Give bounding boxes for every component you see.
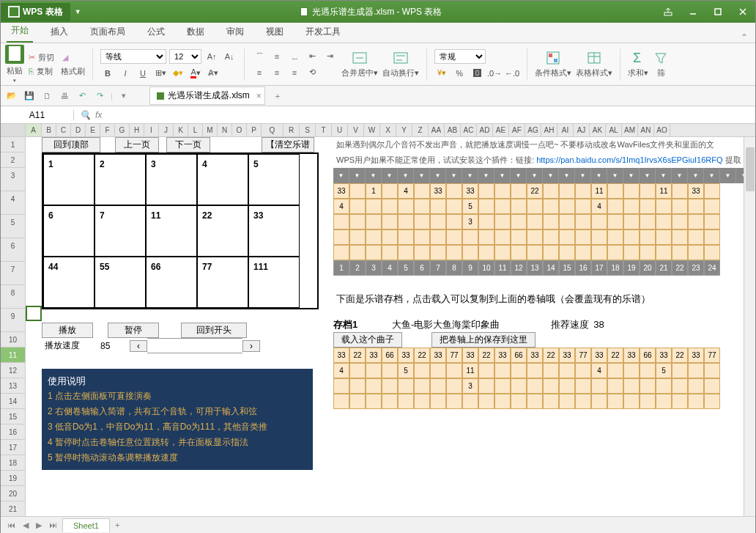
col-header[interactable]: Q [262,124,284,136]
col-header[interactable]: T [316,124,332,136]
align-right-icon[interactable]: ≡ [287,66,302,79]
row-header[interactable]: 13 [1,378,25,394]
maximize-button[interactable] [705,1,730,23]
row-header[interactable]: 16 [1,424,25,440]
indent-left-icon[interactable]: ⇤ [305,50,319,63]
row-header[interactable]: 3 [1,168,25,191]
vertical-scrollbar[interactable] [744,137,755,516]
decimal-dec-icon[interactable]: ←.0 [505,67,519,80]
triangle-row[interactable]: ▼▼▼▼▼▼▼▼▼▼▼▼▼▼▼▼▼▼▼▼▼▼▼▼▼▼ [333,168,755,183]
tab-insert[interactable]: 插入 [46,21,73,43]
spreadsheet-grid[interactable]: ABCDEFGHIJKLMNOPQRSTUVWXYZAAABACADAEAFAG… [1,124,755,516]
col-header[interactable]: W [364,124,380,136]
print-icon[interactable]: 🖶 [58,89,71,103]
keypad-key[interactable]: 5 [248,154,300,205]
orientation-icon[interactable]: ⟲ [305,66,319,79]
speed-right-button[interactable]: › [242,340,260,352]
align-bottom-icon[interactable]: ⎵ [287,50,302,63]
save-icon[interactable]: 💾 [23,89,36,103]
col-header[interactable]: AB [445,124,461,136]
col-header[interactable]: V [348,124,364,136]
col-header[interactable]: I [144,124,159,136]
row-header[interactable]: 19 [1,471,25,486]
col-header[interactable]: X [380,124,396,136]
comma-icon[interactable]: 🅾 [470,67,484,80]
keypad-key[interactable]: 2 [94,154,146,205]
print-preview-icon[interactable]: 🗋 [40,89,53,103]
font-combo[interactable]: 等线 [100,49,166,64]
currency-icon[interactable]: ¥▾ [434,67,449,80]
italic-button[interactable]: I [118,67,133,80]
col-header[interactable]: AH [541,124,557,136]
copy-icon[interactable]: ⎘ [29,67,34,76]
clear-score-button[interactable]: 【清空乐谱 [262,137,314,152]
fx-search-icon[interactable]: 🔍 [80,110,91,120]
tab-layout[interactable]: 页面布局 [86,21,130,43]
row-header[interactable]: 2 [1,152,25,168]
col-header[interactable]: K [174,124,188,136]
col-header[interactable]: Z [412,124,429,136]
tab-data[interactable]: 数据 [182,21,209,43]
format-painter-button[interactable]: 格式刷 [61,66,85,77]
border-button[interactable]: ⊞▾ [153,67,168,80]
col-header[interactable]: AD [477,124,493,136]
keypad-key[interactable]: 44 [43,257,94,308]
row-header[interactable]: 4 [1,191,25,215]
sheet-nav-prev[interactable]: ◀ [21,521,31,530]
plugin-link[interactable]: https://pan.baidu.com/s/1Imq1IrvsX6sEPGi… [536,155,722,164]
col-header[interactable]: N [218,124,232,136]
keypad-key[interactable]: 4 [197,154,248,205]
col-header[interactable]: B [42,124,56,136]
col-header[interactable]: F [100,124,115,136]
keypad[interactable]: 123456711223344556677111 [42,152,319,309]
keypad-key[interactable]: 22 [197,205,248,257]
col-header[interactable]: AO [654,124,670,136]
row-header[interactable]: 17 [1,440,25,455]
col-header[interactable]: S [300,124,316,136]
open-icon[interactable]: 📂 [5,89,18,103]
col-header[interactable]: AI [557,124,574,136]
save-song-button[interactable]: 把卷轴上的保存到这里 [431,332,536,348]
sheet-nav-first[interactable]: ⏮ [5,521,18,529]
row-header[interactable]: 20 [1,486,25,501]
clear-format-button[interactable]: A̷▾ [206,67,220,80]
col-header[interactable]: AF [509,124,525,136]
pause-button[interactable]: 暂停 [108,323,159,338]
row-header[interactable]: 8 [1,285,25,309]
tab-dev[interactable]: 开发工具 [301,21,345,43]
note-grid-2[interactable]: 3322336633223377332233663322337733223366… [333,348,755,409]
col-header[interactable]: U [332,124,348,136]
row-header[interactable]: 9 [1,309,25,332]
keypad-key[interactable]: 6 [43,205,94,257]
upload-icon[interactable] [656,1,681,23]
copy-button[interactable]: 复制 [37,66,53,77]
prev-page-button[interactable]: 上一页 [115,137,159,152]
keypad-key[interactable]: 66 [146,257,197,308]
col-header[interactable]: AL [606,124,622,136]
note-grid-1[interactable]: 33143333221111334543 [333,183,755,260]
col-header[interactable]: M [203,124,218,136]
new-tab-icon[interactable]: + [275,92,280,100]
col-header[interactable]: P [247,124,262,136]
bold-button[interactable]: B [100,67,115,80]
row-header[interactable]: 5 [1,215,25,238]
col-header[interactable]: C [56,124,71,136]
col-header[interactable]: E [86,124,100,136]
font-size-combo[interactable]: 12 [169,49,201,64]
col-header[interactable]: AG [525,124,541,136]
fill-color-button[interactable]: ◆▾ [171,67,185,80]
keypad-key[interactable]: 7 [94,205,146,257]
qa-dropdown-icon[interactable]: ▾ [117,89,130,103]
decimal-inc-icon[interactable]: .0→ [487,67,502,80]
sum-button[interactable]: Σ求和▾ [628,50,648,78]
filter-button[interactable]: 筛 [653,50,669,78]
row-header[interactable]: 18 [1,455,25,471]
underline-button[interactable]: U [136,67,150,80]
app-menu-dropdown[interactable]: ▼ [70,8,86,15]
percent-icon[interactable]: % [452,67,467,80]
row-header[interactable]: 7 [1,262,25,285]
next-page-button[interactable]: 下一页 [166,137,210,152]
col-header[interactable]: D [71,124,86,136]
row-header[interactable]: 14 [1,394,25,409]
col-header[interactable]: AJ [574,124,590,136]
